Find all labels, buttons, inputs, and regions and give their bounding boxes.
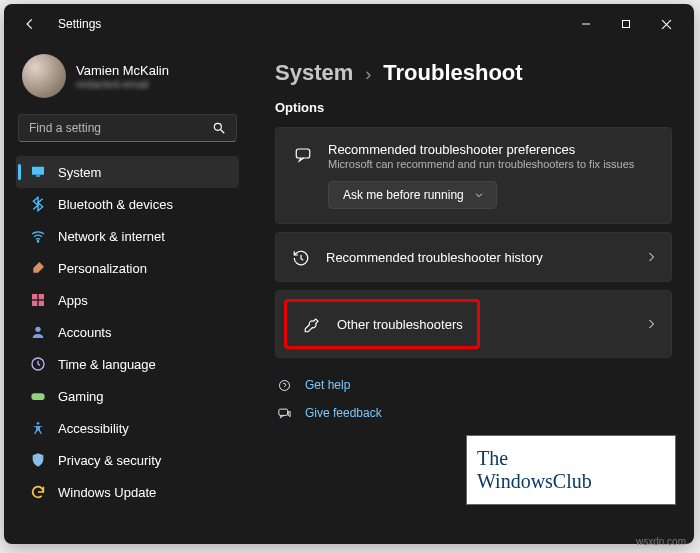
sidebar-item-personalization[interactable]: Personalization: [16, 252, 239, 284]
time-icon: [30, 356, 46, 372]
sidebar-item-label: System: [58, 165, 101, 180]
link-text[interactable]: Give feedback: [305, 406, 382, 420]
back-button[interactable]: [16, 10, 44, 38]
card-recommended-preferences: Recommended troubleshooter preferences M…: [275, 127, 672, 224]
wifi-icon: [30, 228, 46, 244]
dropdown-value: Ask me before running: [343, 188, 464, 202]
sidebar-item-label: Privacy & security: [58, 453, 161, 468]
page-title: Troubleshoot: [383, 60, 522, 86]
avatar: [22, 54, 66, 98]
apps-icon: [30, 292, 46, 308]
sidebar-item-accessibility[interactable]: Accessibility: [16, 412, 239, 444]
svg-rect-6: [32, 167, 44, 175]
sidebar-item-label: Accounts: [58, 325, 111, 340]
card-other-troubleshooters[interactable]: Other troubleshooters: [275, 290, 672, 358]
breadcrumb-parent[interactable]: System: [275, 60, 353, 86]
window-title: Settings: [58, 17, 566, 31]
help-icon: [275, 376, 293, 394]
chevron-right-icon: [645, 251, 657, 263]
shield-icon: [30, 452, 46, 468]
sidebar-item-label: Network & internet: [58, 229, 165, 244]
svg-line-5: [221, 130, 225, 134]
chevron-right-icon: [645, 318, 657, 330]
accessibility-icon: [30, 420, 46, 436]
display-icon: [30, 164, 46, 180]
card-subtitle: Microsoft can recommend and run troubles…: [328, 157, 655, 171]
brush-icon: [30, 260, 46, 276]
sidebar-item-accounts[interactable]: Accounts: [16, 316, 239, 348]
sidebar-item-label: Time & language: [58, 357, 156, 372]
titlebar: Settings: [4, 4, 694, 44]
sidebar-item-label: Windows Update: [58, 485, 156, 500]
card-title: Other troubleshooters: [337, 317, 463, 332]
sidebar: Vamien McKalin redacted-email SystemBlue…: [4, 44, 249, 544]
card-title: Recommended troubleshooter preferences: [328, 142, 655, 157]
bluetooth-icon: [30, 196, 46, 212]
sidebar-item-label: Personalization: [58, 261, 147, 276]
source-byline: wsxdn.com: [636, 536, 686, 547]
svg-point-13: [35, 327, 40, 332]
sidebar-item-apps[interactable]: Apps: [16, 284, 239, 316]
maximize-button[interactable]: [606, 9, 646, 39]
give-feedback-link[interactable]: Give feedback: [275, 404, 672, 422]
chat-icon: [292, 144, 314, 166]
sidebar-item-windows-update[interactable]: Windows Update: [16, 476, 239, 508]
svg-point-8: [37, 241, 38, 242]
svg-point-18: [279, 380, 289, 390]
breadcrumb: System › Troubleshoot: [275, 60, 672, 86]
sidebar-item-privacy-security[interactable]: Privacy & security: [16, 444, 239, 476]
profile-email: redacted-email: [76, 78, 169, 90]
svg-rect-9: [32, 294, 37, 299]
get-help-link[interactable]: Get help: [275, 376, 672, 394]
minimize-button[interactable]: [566, 9, 606, 39]
sidebar-item-network-internet[interactable]: Network & internet: [16, 220, 239, 252]
wrench-icon: [301, 314, 323, 336]
account-icon: [30, 324, 46, 340]
svg-rect-10: [39, 294, 44, 299]
svg-rect-12: [39, 301, 44, 306]
svg-rect-15: [31, 393, 44, 400]
svg-rect-17: [296, 149, 310, 158]
gaming-icon: [30, 388, 46, 404]
sidebar-item-label: Gaming: [58, 389, 104, 404]
sidebar-item-system[interactable]: System: [16, 156, 239, 188]
update-icon: [30, 484, 46, 500]
link-text[interactable]: Get help: [305, 378, 350, 392]
sidebar-item-gaming[interactable]: Gaming: [16, 380, 239, 412]
preference-dropdown[interactable]: Ask me before running: [328, 181, 497, 209]
sidebar-item-label: Apps: [58, 293, 88, 308]
chevron-right-icon: ›: [365, 64, 371, 85]
nav-list: SystemBluetooth & devicesNetwork & inter…: [16, 156, 239, 508]
svg-rect-20: [278, 409, 287, 415]
card-troubleshooter-history[interactable]: Recommended troubleshooter history: [275, 232, 672, 282]
profile-name: Vamien McKalin: [76, 63, 169, 78]
sidebar-item-time-language[interactable]: Time & language: [16, 348, 239, 380]
svg-rect-1: [623, 21, 630, 28]
search-box[interactable]: [18, 114, 237, 142]
feedback-icon: [275, 404, 293, 422]
svg-point-16: [37, 422, 40, 425]
close-button[interactable]: [646, 9, 686, 39]
svg-point-4: [214, 123, 221, 130]
sidebar-item-bluetooth-devices[interactable]: Bluetooth & devices: [16, 188, 239, 220]
sidebar-item-label: Bluetooth & devices: [58, 197, 173, 212]
profile-block[interactable]: Vamien McKalin redacted-email: [16, 50, 239, 108]
section-heading: Options: [275, 100, 672, 115]
search-icon: [212, 121, 226, 135]
sidebar-item-label: Accessibility: [58, 421, 129, 436]
chevron-down-icon: [474, 190, 484, 200]
svg-rect-11: [32, 301, 37, 306]
svg-rect-7: [36, 175, 40, 176]
search-input[interactable]: [29, 121, 212, 135]
card-title: Recommended troubleshooter history: [326, 250, 631, 265]
watermark-overlay: The WindowsClub: [466, 435, 676, 505]
history-icon: [290, 247, 312, 269]
highlight-box: Other troubleshooters: [284, 299, 480, 349]
